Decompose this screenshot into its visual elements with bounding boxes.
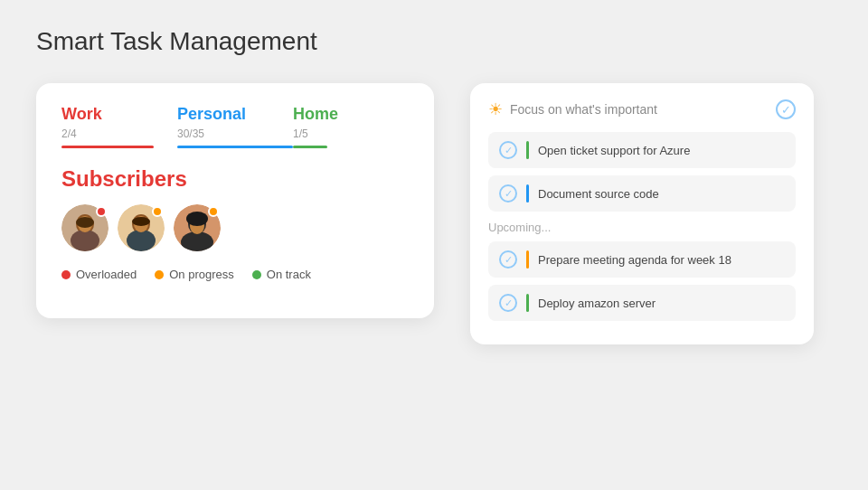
task-check-3: ✓ bbox=[499, 250, 517, 269]
task-bar-1 bbox=[526, 141, 529, 159]
task-check-4: ✓ bbox=[499, 294, 517, 312]
right-card: ☀ Focus on what's important ✓ ✓ Open tic… bbox=[470, 83, 814, 344]
legend-dot-red bbox=[61, 270, 71, 279]
upcoming-label: Upcoming... bbox=[488, 221, 796, 234]
svg-point-4 bbox=[76, 217, 94, 228]
task-bar-4 bbox=[526, 294, 529, 312]
task-item-4[interactable]: ✓ Deploy amazon server bbox=[488, 285, 796, 321]
subscribers-label: Subscribers bbox=[61, 166, 409, 192]
legend-on-progress: On progress bbox=[155, 268, 234, 281]
tab-work[interactable]: Work 2/4 bbox=[61, 105, 177, 148]
right-header-title: Focus on what's important bbox=[510, 102, 657, 117]
avatar-2-dot bbox=[152, 206, 163, 217]
sun-icon: ☀ bbox=[488, 99, 503, 119]
svg-point-14 bbox=[186, 212, 208, 226]
avatar-3 bbox=[174, 204, 221, 251]
legend-overloaded-label: Overloaded bbox=[76, 268, 137, 281]
task-bar-3 bbox=[526, 250, 529, 269]
tab-home-sub: 1/5 bbox=[293, 127, 409, 140]
legend-dot-orange bbox=[155, 270, 164, 279]
tab-personal-sub: 30/35 bbox=[177, 127, 293, 140]
tab-work-label: Work bbox=[61, 105, 177, 124]
upcoming-tasks: ✓ Prepare meeting agenda for week 18 ✓ D… bbox=[488, 241, 796, 321]
svg-point-9 bbox=[132, 217, 150, 226]
task-item-1[interactable]: ✓ Open ticket support for Azure bbox=[488, 132, 796, 168]
svg-point-2 bbox=[71, 230, 99, 251]
tab-personal[interactable]: Personal 30/35 bbox=[177, 105, 293, 148]
task-bar-2 bbox=[526, 184, 529, 203]
cards-row: Work 2/4 Personal 30/35 Home 1/5 Subscri… bbox=[36, 83, 832, 344]
avatar-3-dot bbox=[208, 206, 219, 217]
tabs-row: Work 2/4 Personal 30/35 Home 1/5 bbox=[61, 105, 409, 148]
right-card-header: ☀ Focus on what's important ✓ bbox=[488, 99, 796, 119]
avatar-1-dot bbox=[96, 206, 107, 217]
task-text-1: Open ticket support for Azure bbox=[538, 144, 690, 157]
task-text-3: Prepare meeting agenda for week 18 bbox=[538, 253, 731, 267]
left-card: Work 2/4 Personal 30/35 Home 1/5 Subscri… bbox=[36, 83, 434, 318]
avatars-row bbox=[61, 204, 409, 251]
avatar-1 bbox=[61, 204, 108, 251]
tab-home[interactable]: Home 1/5 bbox=[293, 105, 409, 148]
legend-overloaded: Overloaded bbox=[61, 268, 137, 281]
tab-personal-label: Personal bbox=[177, 105, 293, 124]
legend-on-track-label: On track bbox=[267, 268, 311, 281]
page-title: Smart Task Management bbox=[36, 27, 317, 56]
legend-dot-green bbox=[252, 270, 261, 279]
task-item-3[interactable]: ✓ Prepare meeting agenda for week 18 bbox=[488, 241, 796, 278]
task-text-2: Document source code bbox=[538, 187, 659, 201]
task-item-2[interactable]: ✓ Document source code bbox=[488, 175, 796, 212]
task-check-2: ✓ bbox=[499, 184, 517, 203]
tab-personal-bar bbox=[177, 146, 293, 148]
tab-home-label: Home bbox=[293, 105, 409, 124]
tab-work-bar bbox=[61, 146, 154, 148]
header-check-icon[interactable]: ✓ bbox=[776, 99, 796, 119]
right-header-left: ☀ Focus on what's important bbox=[488, 99, 657, 119]
legend-row: Overloaded On progress On track bbox=[61, 268, 409, 281]
legend-on-track: On track bbox=[252, 268, 311, 281]
tab-work-sub: 2/4 bbox=[61, 127, 177, 140]
focus-tasks: ✓ Open ticket support for Azure ✓ Docume… bbox=[488, 132, 796, 212]
task-check-1: ✓ bbox=[499, 141, 517, 159]
task-text-4: Deploy amazon server bbox=[538, 297, 656, 310]
avatar-2 bbox=[118, 204, 165, 251]
svg-point-7 bbox=[127, 230, 156, 251]
legend-on-progress-label: On progress bbox=[169, 268, 234, 281]
tab-home-bar bbox=[293, 146, 327, 148]
